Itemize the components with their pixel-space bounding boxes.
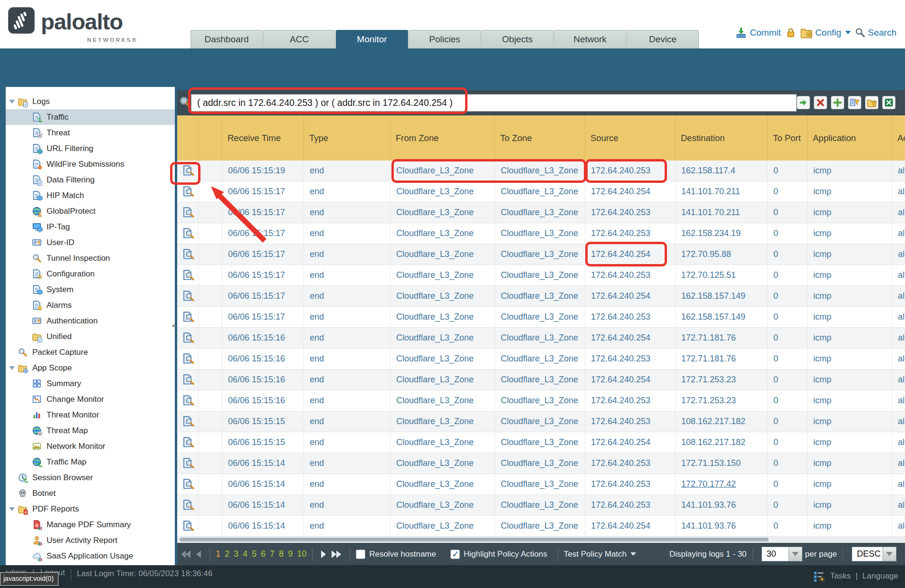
next-page-button[interactable] [321, 550, 326, 558]
to-zone-cell[interactable]: Cloudflare_L3_Zone [495, 474, 585, 494]
to-zone-cell[interactable]: Cloudflare_L3_Zone [495, 202, 585, 223]
application-cell[interactable]: icmp [808, 349, 892, 369]
sidebar-item-manage-pdf-summary[interactable]: Manage PDF Summary [6, 517, 175, 532]
from-zone-cell[interactable]: Cloudflare_L3_Zone [391, 370, 495, 390]
log-detail-button[interactable] [177, 432, 199, 453]
from-zone-cell[interactable]: Cloudflare_L3_Zone [391, 453, 495, 474]
log-detail-button[interactable] [177, 516, 199, 536]
action-cell[interactable]: al [892, 349, 905, 369]
table-row[interactable]: 06/06 15:15:17 end Cloudflare_L3_Zone Cl… [177, 223, 905, 244]
log-detail-button[interactable] [177, 161, 199, 181]
destination-ip-cell[interactable]: 172.71.253.23 [676, 390, 768, 411]
sidebar-item-traffic-map[interactable]: Traffic Map [6, 454, 175, 470]
application-cell[interactable]: icmp [808, 328, 892, 348]
horizontal-scrollbar[interactable] [177, 537, 905, 543]
application-cell[interactable]: icmp [808, 181, 892, 202]
sidebar-item-saas-application-usage[interactable]: SaaS Application Usage [6, 548, 175, 564]
table-row[interactable]: 06/06 15:15:17 end Cloudflare_L3_Zone Cl… [177, 244, 905, 265]
log-detail-button[interactable] [177, 370, 199, 390]
source-ip-cell[interactable]: 172.64.240.253 [585, 223, 676, 244]
commit-button[interactable]: Commit [735, 27, 781, 38]
from-zone-cell[interactable]: Cloudflare_L3_Zone [391, 390, 495, 411]
column-header-source[interactable]: Source [585, 115, 676, 161]
destination-ip-cell[interactable]: 172.70.95.88 [676, 244, 768, 265]
from-zone-cell[interactable]: Cloudflare_L3_Zone [391, 495, 495, 515]
clear-filter-button[interactable] [814, 96, 827, 109]
add-filter-button[interactable] [831, 96, 844, 109]
from-zone-cell[interactable]: Cloudflare_L3_Zone [391, 516, 495, 536]
sidebar-item-threat-monitor[interactable]: Threat Monitor [6, 407, 175, 423]
sidebar-item-network-monitor[interactable]: Network Monitor [6, 438, 175, 454]
action-cell[interactable]: al [892, 161, 905, 181]
sidebar-item-traffic[interactable]: Traffic [6, 109, 175, 125]
sidebar-item-threat[interactable]: Threat [6, 125, 175, 141]
test-policy-match-button[interactable]: Test Policy Match [564, 550, 636, 559]
page-number[interactable]: 7 [270, 549, 275, 559]
from-zone-cell[interactable]: Cloudflare_L3_Zone [391, 223, 495, 244]
source-ip-cell[interactable]: 172.64.240.254 [585, 181, 676, 202]
to-zone-cell[interactable]: Cloudflare_L3_Zone [495, 495, 585, 515]
log-filter-input[interactable] [191, 94, 797, 112]
table-row[interactable]: 06/06 15:15:16 end Cloudflare_L3_Zone Cl… [177, 370, 905, 390]
destination-ip-cell[interactable]: 172.71.153.150 [676, 453, 768, 474]
sidebar-item-unified[interactable]: Unified [6, 329, 175, 344]
source-ip-cell[interactable]: 172.64.240.253 [585, 349, 676, 369]
column-header-to-port[interactable]: To Port [768, 115, 808, 161]
expander-icon[interactable] [9, 507, 15, 511]
destination-ip-cell[interactable]: 108.162.217.182 [676, 432, 768, 453]
destination-ip-cell[interactable]: 141.101.93.76 [676, 516, 768, 536]
source-ip-cell[interactable]: 172.64.240.253 [585, 453, 676, 474]
application-cell[interactable]: icmp [808, 495, 892, 515]
page-number[interactable]: 5 [252, 549, 257, 559]
table-row[interactable]: 06/06 15:15:17 end Cloudflare_L3_Zone Cl… [177, 181, 905, 202]
sidebar-item-tunnel-inspection[interactable]: Tunnel Inspection [6, 250, 175, 266]
sidebar-item-pdf-reports[interactable]: PDF Reports [6, 501, 175, 517]
filter-builder-button[interactable] [848, 96, 861, 109]
application-cell[interactable]: icmp [808, 370, 892, 390]
application-cell[interactable]: icmp [808, 516, 892, 536]
page-number[interactable]: 3 [234, 549, 238, 559]
per-page-caret[interactable] [789, 547, 802, 561]
table-row[interactable]: 06/06 15:15:16 end Cloudflare_L3_Zone Cl… [177, 328, 905, 349]
log-detail-button[interactable] [177, 244, 199, 265]
sidebar-item-wildfire[interactable]: WildFire Submissions [6, 156, 175, 172]
highlight-policy-actions-checkbox[interactable] [450, 550, 460, 559]
search-button[interactable]: Search [855, 28, 896, 38]
page-number[interactable]: 1 [216, 549, 220, 559]
source-ip-cell[interactable]: 172.64.240.254 [585, 286, 676, 306]
action-cell[interactable]: al [892, 202, 905, 223]
application-cell[interactable]: icmp [808, 161, 892, 181]
sidebar-item-data-filtering[interactable]: Data Filtering [6, 172, 175, 188]
application-cell[interactable]: icmp [808, 390, 892, 411]
destination-ip-cell[interactable]: 172.71.181.76 [676, 349, 768, 369]
sidebar-item-ip-tag[interactable]: IP-Tag [6, 219, 175, 235]
source-ip-cell[interactable]: 172.64.240.253 [585, 495, 676, 515]
log-detail-button[interactable] [177, 223, 199, 244]
from-zone-cell[interactable]: Cloudflare_L3_Zone [391, 432, 495, 453]
destination-ip-cell[interactable]: 172.70.177.42 [676, 474, 768, 494]
to-zone-cell[interactable]: Cloudflare_L3_Zone [495, 411, 585, 432]
from-zone-cell[interactable]: Cloudflare_L3_Zone [391, 328, 495, 348]
from-zone-cell[interactable]: Cloudflare_L3_Zone [391, 474, 495, 494]
to-zone-cell[interactable]: Cloudflare_L3_Zone [495, 223, 585, 244]
table-row[interactable]: 06/06 15:15:17 end Cloudflare_L3_Zone Cl… [177, 202, 905, 223]
destination-ip-cell[interactable]: 162.158.117.4 [676, 161, 768, 181]
source-ip-cell[interactable]: 172.64.240.254 [585, 370, 676, 390]
to-zone-cell[interactable]: Cloudflare_L3_Zone [495, 516, 585, 536]
action-cell[interactable]: al [892, 223, 905, 244]
source-ip-cell[interactable]: 172.64.240.254 [585, 244, 676, 265]
page-number[interactable]: 9 [288, 549, 293, 559]
log-detail-button[interactable] [177, 349, 199, 369]
to-zone-cell[interactable]: Cloudflare_L3_Zone [495, 286, 585, 306]
column-header-to-zone[interactable]: To Zone [495, 115, 585, 161]
from-zone-cell[interactable]: Cloudflare_L3_Zone [391, 181, 495, 202]
column-header-from-zone[interactable]: From Zone [391, 115, 495, 161]
action-cell[interactable]: al [892, 495, 905, 515]
tab-network[interactable]: Network [554, 30, 626, 48]
to-zone-cell[interactable]: Cloudflare_L3_Zone [495, 370, 585, 390]
export-csv-button[interactable] [882, 96, 895, 109]
log-detail-button[interactable] [177, 474, 199, 494]
from-zone-cell[interactable]: Cloudflare_L3_Zone [391, 161, 495, 181]
from-zone-cell[interactable]: Cloudflare_L3_Zone [391, 265, 495, 285]
column-header-action[interactable]: Ac [892, 115, 905, 161]
